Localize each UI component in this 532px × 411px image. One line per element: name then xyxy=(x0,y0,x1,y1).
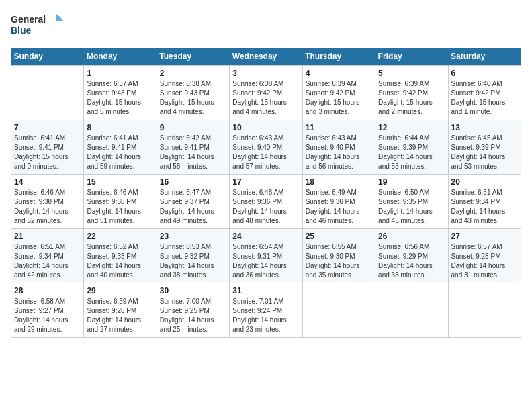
calendar-cell: 31Sunrise: 7:01 AMSunset: 9:24 PMDayligh… xyxy=(230,283,302,338)
day-number: 20 xyxy=(451,177,518,187)
day-info: Sunrise: 6:59 AMSunset: 9:26 PMDaylight:… xyxy=(87,297,153,334)
week-row-3: 14Sunrise: 6:46 AMSunset: 9:38 PMDayligh… xyxy=(11,175,521,229)
calendar-cell: 18Sunrise: 6:49 AMSunset: 9:36 PMDayligh… xyxy=(302,175,375,229)
day-number: 30 xyxy=(160,286,226,295)
day-info: Sunrise: 6:54 AMSunset: 9:31 PMDaylight:… xyxy=(232,242,299,280)
day-number: 9 xyxy=(160,123,226,132)
day-number: 19 xyxy=(378,177,445,187)
calendar-cell: 9Sunrise: 6:42 AMSunset: 9:41 PMDaylight… xyxy=(157,120,229,175)
calendar-cell: 11Sunrise: 6:43 AMSunset: 9:40 PMDayligh… xyxy=(302,120,375,175)
svg-text:General: General xyxy=(11,14,46,25)
day-info: Sunrise: 6:41 AMSunset: 9:41 PMDaylight:… xyxy=(14,134,81,171)
calendar-cell: 10Sunrise: 6:43 AMSunset: 9:40 PMDayligh… xyxy=(230,120,302,175)
day-info: Sunrise: 7:00 AMSunset: 9:25 PMDaylight:… xyxy=(160,297,226,334)
day-number: 10 xyxy=(232,123,299,132)
calendar-table: SundayMondayTuesdayWednesdayThursdayFrid… xyxy=(11,48,521,338)
day-info: Sunrise: 6:39 AMSunset: 9:42 PMDaylight:… xyxy=(306,79,372,117)
week-row-1: 1Sunrise: 6:37 AMSunset: 9:43 PMDaylight… xyxy=(11,66,521,120)
day-number: 14 xyxy=(14,177,81,187)
day-number: 1 xyxy=(87,68,153,78)
calendar-cell: 8Sunrise: 6:41 AMSunset: 9:41 PMDaylight… xyxy=(84,120,157,175)
day-info: Sunrise: 6:44 AMSunset: 9:39 PMDaylight:… xyxy=(378,134,445,171)
day-number: 12 xyxy=(378,123,445,132)
calendar-cell: 30Sunrise: 7:00 AMSunset: 9:25 PMDayligh… xyxy=(157,283,229,338)
day-info: Sunrise: 6:55 AMSunset: 9:30 PMDaylight:… xyxy=(306,242,372,280)
day-info: Sunrise: 6:53 AMSunset: 9:32 PMDaylight:… xyxy=(160,242,226,280)
calendar-cell: 19Sunrise: 6:50 AMSunset: 9:35 PMDayligh… xyxy=(375,175,448,229)
day-info: Sunrise: 6:37 AMSunset: 9:43 PMDaylight:… xyxy=(87,79,153,117)
calendar-cell: 26Sunrise: 6:56 AMSunset: 9:29 PMDayligh… xyxy=(375,229,448,283)
week-row-4: 21Sunrise: 6:51 AMSunset: 9:34 PMDayligh… xyxy=(11,229,521,283)
calendar-cell: 20Sunrise: 6:51 AMSunset: 9:34 PMDayligh… xyxy=(448,175,521,229)
day-info: Sunrise: 7:01 AMSunset: 9:24 PMDaylight:… xyxy=(232,297,299,334)
day-info: Sunrise: 6:51 AMSunset: 9:34 PMDaylight:… xyxy=(14,242,81,280)
day-number: 11 xyxy=(306,123,372,132)
svg-marker-3 xyxy=(56,14,63,21)
logo: General Blue xyxy=(11,11,64,41)
calendar-cell xyxy=(448,283,521,338)
calendar-cell: 25Sunrise: 6:55 AMSunset: 9:30 PMDayligh… xyxy=(302,229,375,283)
day-number: 18 xyxy=(306,177,372,187)
day-info: Sunrise: 6:56 AMSunset: 9:29 PMDaylight:… xyxy=(378,242,445,280)
calendar-cell: 5Sunrise: 6:39 AMSunset: 9:42 PMDaylight… xyxy=(375,66,448,120)
day-number: 26 xyxy=(378,232,445,241)
calendar-cell: 6Sunrise: 6:40 AMSunset: 9:42 PMDaylight… xyxy=(448,66,521,120)
day-header-row: SundayMondayTuesdayWednesdayThursdayFrid… xyxy=(11,48,521,66)
week-row-5: 28Sunrise: 6:58 AMSunset: 9:27 PMDayligh… xyxy=(11,283,521,338)
day-info: Sunrise: 6:48 AMSunset: 9:36 PMDaylight:… xyxy=(232,188,299,226)
day-header-saturday: Saturday xyxy=(448,48,521,66)
calendar-cell: 14Sunrise: 6:46 AMSunset: 9:38 PMDayligh… xyxy=(11,175,84,229)
day-info: Sunrise: 6:58 AMSunset: 9:27 PMDaylight:… xyxy=(14,297,81,334)
calendar-cell: 13Sunrise: 6:45 AMSunset: 9:39 PMDayligh… xyxy=(448,120,521,175)
day-header-monday: Monday xyxy=(84,48,157,66)
day-info: Sunrise: 6:43 AMSunset: 9:40 PMDaylight:… xyxy=(232,134,299,171)
day-number: 21 xyxy=(14,232,81,241)
day-number: 27 xyxy=(451,232,518,241)
day-info: Sunrise: 6:38 AMSunset: 9:42 PMDaylight:… xyxy=(232,79,299,117)
day-number: 13 xyxy=(451,123,518,132)
day-number: 16 xyxy=(160,177,226,187)
calendar-cell: 28Sunrise: 6:58 AMSunset: 9:27 PMDayligh… xyxy=(11,283,84,338)
calendar-cell: 15Sunrise: 6:46 AMSunset: 9:38 PMDayligh… xyxy=(84,175,157,229)
calendar-cell xyxy=(11,66,84,120)
day-number: 29 xyxy=(87,286,153,295)
day-number: 15 xyxy=(87,177,153,187)
calendar-cell: 12Sunrise: 6:44 AMSunset: 9:39 PMDayligh… xyxy=(375,120,448,175)
day-header-thursday: Thursday xyxy=(302,48,375,66)
day-info: Sunrise: 6:50 AMSunset: 9:35 PMDaylight:… xyxy=(378,188,445,226)
day-number: 5 xyxy=(378,68,445,78)
calendar-cell: 1Sunrise: 6:37 AMSunset: 9:43 PMDaylight… xyxy=(84,66,157,120)
day-number: 22 xyxy=(87,232,153,241)
day-number: 23 xyxy=(160,232,226,241)
calendar-cell: 29Sunrise: 6:59 AMSunset: 9:26 PMDayligh… xyxy=(84,283,157,338)
header: General Blue xyxy=(11,11,521,41)
calendar-cell: 2Sunrise: 6:38 AMSunset: 9:43 PMDaylight… xyxy=(157,66,229,120)
calendar-cell: 27Sunrise: 6:57 AMSunset: 9:28 PMDayligh… xyxy=(448,229,521,283)
day-number: 8 xyxy=(87,123,153,132)
calendar-cell xyxy=(302,283,375,338)
day-info: Sunrise: 6:51 AMSunset: 9:34 PMDaylight:… xyxy=(451,188,518,226)
day-info: Sunrise: 6:52 AMSunset: 9:33 PMDaylight:… xyxy=(87,242,153,280)
day-number: 25 xyxy=(306,232,372,241)
calendar-cell: 4Sunrise: 6:39 AMSunset: 9:42 PMDaylight… xyxy=(302,66,375,120)
day-info: Sunrise: 6:47 AMSunset: 9:37 PMDaylight:… xyxy=(160,188,226,226)
day-number: 7 xyxy=(14,123,81,132)
day-info: Sunrise: 6:43 AMSunset: 9:40 PMDaylight:… xyxy=(306,134,372,171)
day-number: 3 xyxy=(232,68,299,78)
day-info: Sunrise: 6:45 AMSunset: 9:39 PMDaylight:… xyxy=(451,134,518,171)
calendar-cell: 17Sunrise: 6:48 AMSunset: 9:36 PMDayligh… xyxy=(230,175,302,229)
calendar-cell: 3Sunrise: 6:38 AMSunset: 9:42 PMDaylight… xyxy=(230,66,302,120)
calendar-cell: 7Sunrise: 6:41 AMSunset: 9:41 PMDaylight… xyxy=(11,120,84,175)
day-info: Sunrise: 6:41 AMSunset: 9:41 PMDaylight:… xyxy=(87,134,153,171)
day-number: 17 xyxy=(232,177,299,187)
day-info: Sunrise: 6:39 AMSunset: 9:42 PMDaylight:… xyxy=(378,79,445,117)
week-row-2: 7Sunrise: 6:41 AMSunset: 9:41 PMDaylight… xyxy=(11,120,521,175)
day-number: 31 xyxy=(232,286,299,295)
day-header-wednesday: Wednesday xyxy=(230,48,302,66)
day-info: Sunrise: 6:46 AMSunset: 9:38 PMDaylight:… xyxy=(87,188,153,226)
calendar-cell: 22Sunrise: 6:52 AMSunset: 9:33 PMDayligh… xyxy=(84,229,157,283)
day-info: Sunrise: 6:42 AMSunset: 9:41 PMDaylight:… xyxy=(160,134,226,171)
day-info: Sunrise: 6:46 AMSunset: 9:38 PMDaylight:… xyxy=(14,188,81,226)
logo-svg: General Blue xyxy=(11,11,64,41)
calendar-cell xyxy=(375,283,448,338)
